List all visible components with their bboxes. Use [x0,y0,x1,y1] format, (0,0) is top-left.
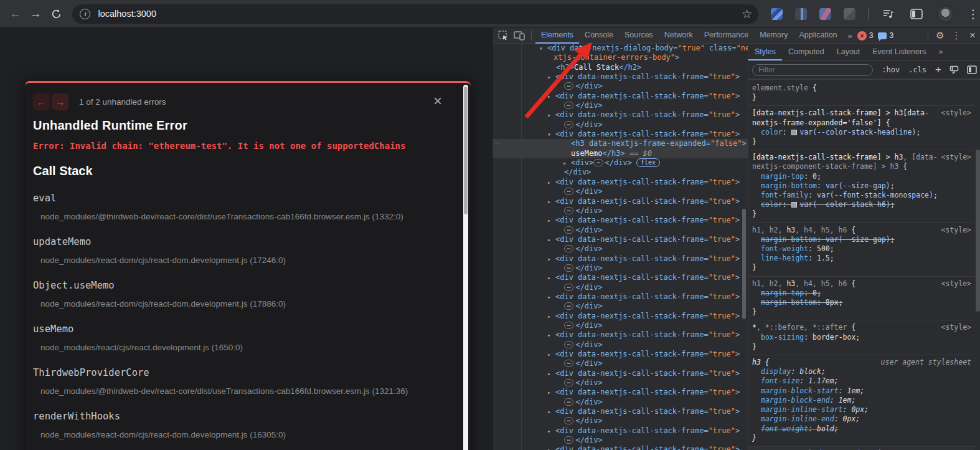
close-overlay-icon[interactable]: × [433,94,442,108]
tree-row[interactable]: ▸<div data-nextjs-call-stack-frame="true… [492,292,748,302]
collapsed-content-icon[interactable]: ⋯ [564,207,573,214]
stylesheet-source-link[interactable]: <style> [941,279,971,289]
style-declaration-line[interactable]: nextjs-frame-expanded='false'] { [752,118,971,128]
style-declaration-line[interactable]: margin-bottom: var(--size-gap); [752,181,971,191]
style-declaration-line[interactable]: font-weight: 500; [752,244,971,254]
style-declaration-line[interactable]: h1, h2, h3, h4, h5, h6 { [752,226,971,235]
tree-row[interactable]: ⋯</div> [492,302,748,311]
collapsed-content-icon[interactable]: ⋯ [564,436,573,444]
stylesheet-source-link[interactable]: <style> [941,153,971,162]
style-declaration-line[interactable]: } [752,209,971,219]
collapse-arrow-icon[interactable]: ▾ [539,44,547,53]
address-bar[interactable]: i localhost:3000 ☆ [72,4,758,24]
tree-row[interactable]: ▸<div data-nextjs-call-stack-frame="true… [492,407,748,416]
tree-row[interactable]: ▸<div data-nextjs-call-stack-frame="true… [492,110,748,120]
console-error-icon[interactable]: × [857,31,867,41]
styles-scrollbar[interactable] [976,81,980,450]
collapsed-content-icon[interactable]: ⋯ [564,417,573,424]
extension-icon-1[interactable] [771,8,783,20]
tree-row[interactable]: ⋯</div> [492,416,748,426]
tree-row[interactable]: ⋯</div> [492,120,748,130]
sidebar-more-tabs-chevron[interactable]: » [932,44,949,60]
collapsed-content-icon[interactable]: ⋯ [564,398,573,406]
style-declaration-line[interactable]: } [752,93,971,102]
style-declaration-line[interactable]: margin-block-start: 1em; [752,386,971,396]
tree-row[interactable]: xtjs-container-errors-body"> [492,53,748,62]
style-declaration-line[interactable]: margin-bottom: 8px; [752,298,971,307]
tree-row[interactable]: ⋯</div> [492,321,748,330]
tree-row[interactable]: ⋯</div> [492,226,748,235]
tree-row[interactable]: <h3 data-nextjs-frame-expanded="false"> [492,139,748,148]
collapsed-content-icon[interactable]: ⋯ [564,121,573,128]
style-declaration-line[interactable]: } [752,137,971,146]
sidebar-tab-layout[interactable]: Layout [831,44,867,60]
stylesheet-source-link[interactable]: user agent stylesheet [881,358,971,367]
style-declaration-line[interactable]: margin-top: 0; [752,289,971,298]
rendering-emulation-icon[interactable] [949,65,959,75]
tree-row[interactable]: ▸<div data-nextjs-call-stack-frame="true… [492,445,748,450]
elements-scrollbar[interactable] [742,209,746,319]
tree-row[interactable]: ⋯</div> [492,206,748,216]
toggle-hov[interactable]: :hov [882,65,900,74]
tree-row[interactable]: ▸<div data-nextjs-call-stack-frame="true… [492,330,748,340]
media-controls-icon[interactable] [881,3,896,24]
tree-row[interactable]: ▸<div data-nextjs-call-stack-frame="true… [492,350,748,359]
expand-arrow-icon[interactable]: ▸ [547,312,555,321]
style-declaration-line[interactable]: box-sizing: border-box; [752,333,971,342]
expand-arrow-icon[interactable]: ▸ [547,369,555,378]
selected-node-more-icon[interactable]: ⋯ [495,139,502,147]
expand-arrow-icon[interactable]: ▸ [563,158,571,168]
devtools-menu-icon[interactable]: ⋮ [948,30,964,41]
tree-row[interactable]: ▸<div>⋯</div>flex [492,158,748,168]
style-declaration-line[interactable]: margin-inline-start: 0px; [752,405,971,414]
collapsed-content-icon[interactable]: ⋯ [564,379,573,386]
computed-panel-toggle-icon[interactable] [967,65,977,74]
tab-memory[interactable]: Memory [754,28,793,44]
tree-row[interactable]: ▸<div data-nextjs-call-stack-frame="true… [492,388,748,397]
tree-row[interactable]: ⋯</div> [492,187,748,196]
tree-row[interactable]: ▸<div data-nextjs-call-stack-frame="true… [492,369,748,378]
tree-row[interactable]: useMemo</h3> == $0 [492,149,748,158]
tree-row[interactable]: ⋯</div> [492,264,748,273]
tree-row[interactable]: </div> [492,168,748,177]
style-declaration-line[interactable]: line-height: 1.5; [752,254,971,263]
tree-row[interactable]: ▸<div data-nextjs-call-stack-frame="true… [492,72,748,82]
expand-arrow-icon[interactable]: ▸ [547,426,555,436]
style-declaration-line[interactable]: margin-inline-end: 0px; [752,414,971,424]
tree-row[interactable]: ▸<div data-nextjs-call-stack-frame="true… [492,426,748,436]
back-icon[interactable]: ← [5,3,26,24]
expand-arrow-icon[interactable]: ▸ [547,330,555,340]
collapsed-content-icon[interactable]: ⋯ [564,360,573,367]
toggle-cls[interactable]: .cls [908,65,926,74]
extension-icon-4[interactable] [844,8,855,20]
device-toolbar-icon[interactable] [511,28,527,43]
style-declaration-line[interactable]: font-family: var(--font-stack-monospace)… [752,191,971,200]
stack-frame-path[interactable]: node_modules/react/cjs/react.development… [33,343,455,352]
tree-row[interactable]: ⋯</div> [492,398,748,407]
tree-row[interactable]: <h2>Call Stack</h2> [492,63,748,72]
tree-row[interactable]: ⋯</div> [492,283,748,292]
issues-icon[interactable] [878,32,887,39]
expand-arrow-icon[interactable]: ▸ [547,178,555,187]
collapse-arrow-icon[interactable]: ▾ [547,130,555,139]
extension-icon-3[interactable] [819,8,831,20]
tree-row[interactable]: ⋯</div> [492,378,748,388]
expand-arrow-icon[interactable]: ▸ [547,445,555,450]
style-declaration-line[interactable]: } [752,342,971,352]
style-declaration-line[interactable]: } [752,307,971,317]
expand-arrow-icon[interactable]: ▸ [547,92,555,101]
expand-arrow-icon[interactable]: ▸ [547,110,555,120]
side-panel-icon[interactable] [908,3,925,24]
tree-row[interactable]: ⋯</div> [492,101,748,110]
bookmark-star-icon[interactable]: ☆ [742,7,752,21]
style-declaration-line[interactable]: margin-block-end: 1em; [752,396,971,405]
forward-icon[interactable]: → [26,3,46,24]
tree-row[interactable]: ▸<div data-nextjs-call-stack-frame="true… [492,197,748,206]
tree-row[interactable]: ▸<div data-nextjs-call-stack-frame="true… [492,254,748,264]
reload-icon[interactable] [46,3,67,24]
style-declaration-line[interactable]: display: block; [752,367,971,376]
flex-badge[interactable]: flex [636,158,660,167]
style-declaration-line[interactable]: margin-bottom: var(--size-gap); [752,235,971,244]
stack-frame-path[interactable]: node_modules/react-dom/cjs/react-dom.dev… [33,256,455,265]
style-declaration-line[interactable]: } [752,263,971,272]
